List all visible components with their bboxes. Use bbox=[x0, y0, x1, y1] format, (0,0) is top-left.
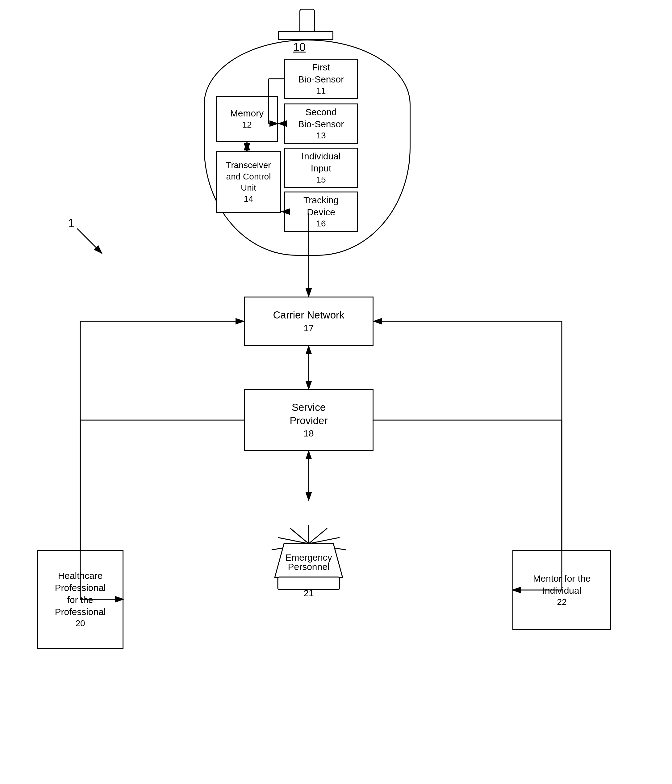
device-ref-label: 10 bbox=[293, 41, 306, 54]
first-biosensor-ref: 11 bbox=[316, 85, 326, 96]
service-provider-ref: 18 bbox=[303, 427, 313, 439]
individual-input-box: IndividualInput 15 bbox=[284, 148, 358, 188]
healthcare-professional-label: HealthcareProfessionalfor theProfessiona… bbox=[54, 569, 106, 618]
svg-line-3 bbox=[309, 538, 340, 544]
mentor-box: Mentor for theIndividual 22 bbox=[512, 550, 611, 630]
svg-line-34 bbox=[77, 229, 102, 253]
carrier-network-label: Carrier Network bbox=[273, 309, 344, 322]
svg-text:21: 21 bbox=[303, 588, 313, 598]
memory-box: Memory 12 bbox=[216, 96, 278, 142]
device-antenna bbox=[300, 9, 315, 33]
mentor-ref: 22 bbox=[557, 596, 566, 608]
individual-input-ref: 15 bbox=[316, 174, 326, 185]
individual-input-label: IndividualInput bbox=[301, 150, 341, 174]
emergency-personnel-area: Emergency Personnel 21 bbox=[247, 501, 371, 618]
service-provider-label: ServiceProvider bbox=[290, 401, 328, 428]
second-biosensor-ref: 13 bbox=[316, 130, 326, 141]
healthcare-professional-box: HealthcareProfessionalfor theProfessiona… bbox=[37, 550, 124, 649]
tracking-device-box: TrackingDevice 16 bbox=[284, 191, 358, 232]
first-biosensor-label: FirstBio-Sensor bbox=[298, 61, 344, 85]
healthcare-professional-ref: 20 bbox=[75, 618, 85, 629]
carrier-network-box: Carrier Network 17 bbox=[244, 297, 374, 346]
transceiver-ref: 14 bbox=[244, 193, 253, 204]
transceiver-box: Transceiverand ControlUnit 14 bbox=[216, 151, 281, 213]
tracking-device-ref: 16 bbox=[316, 218, 326, 229]
emergency-personnel-svg: Emergency Personnel 21 bbox=[247, 501, 371, 618]
svg-rect-8 bbox=[278, 577, 340, 590]
memory-label: Memory bbox=[230, 107, 264, 119]
diagram-ref-1: 1 bbox=[68, 216, 75, 230]
transceiver-label: Transceiverand ControlUnit bbox=[226, 160, 271, 193]
device-antenna-base bbox=[278, 31, 334, 40]
diagram: 10 FirstBio-Sensor 11 SecondBio-Sensor 1… bbox=[0, 0, 672, 784]
carrier-network-ref: 17 bbox=[303, 322, 313, 334]
svg-line-4 bbox=[278, 538, 309, 544]
tracking-device-label: TrackingDevice bbox=[303, 194, 338, 218]
second-biosensor-box: SecondBio-Sensor 13 bbox=[284, 103, 358, 144]
first-biosensor-box: FirstBio-Sensor 11 bbox=[284, 59, 358, 99]
service-provider-box: ServiceProvider 18 bbox=[244, 389, 374, 451]
memory-ref: 12 bbox=[242, 119, 251, 131]
mentor-label: Mentor for theIndividual bbox=[533, 572, 591, 596]
svg-text:Personnel: Personnel bbox=[288, 562, 329, 572]
second-biosensor-label: SecondBio-Sensor bbox=[298, 106, 344, 130]
svg-text:Emergency: Emergency bbox=[285, 552, 332, 563]
